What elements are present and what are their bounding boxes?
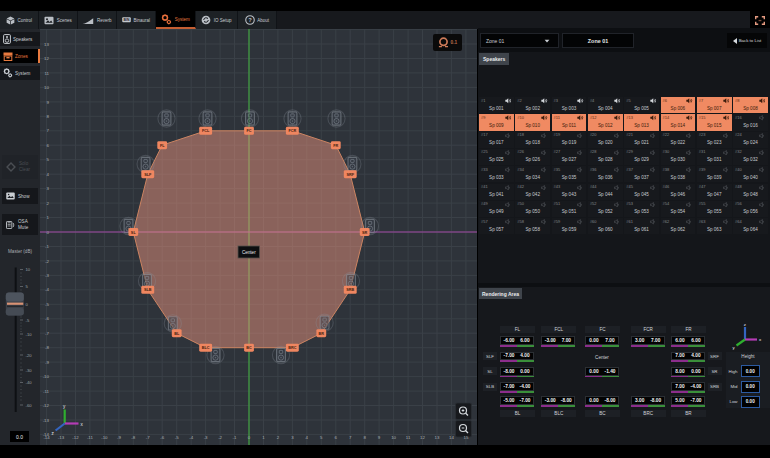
svg-text:-13: -13 xyxy=(43,418,50,423)
svg-text:-30: -30 xyxy=(26,368,33,373)
svg-text:SLB: SLB xyxy=(144,288,152,292)
svg-text:-60: -60 xyxy=(26,403,33,408)
svg-text:-9: -9 xyxy=(117,435,121,440)
svg-text:10: 10 xyxy=(44,85,49,90)
svg-text:FC: FC xyxy=(246,129,251,133)
svg-text:-2: -2 xyxy=(218,435,222,440)
svg-text:-4: -4 xyxy=(45,287,49,292)
svg-text:-20: -20 xyxy=(26,353,33,358)
svg-text:-5: -5 xyxy=(26,318,30,323)
svg-text:-8: -8 xyxy=(45,345,49,350)
svg-text:FCR: FCR xyxy=(288,129,296,133)
svg-text:-40: -40 xyxy=(26,380,33,385)
svg-text:-12: -12 xyxy=(72,435,79,440)
svg-text:z: z xyxy=(744,322,746,327)
svg-text:11: 11 xyxy=(406,435,411,440)
svg-text:-7: -7 xyxy=(146,435,150,440)
svg-text:SRF: SRF xyxy=(346,173,354,177)
svg-text:0.1: 0.1 xyxy=(451,40,458,45)
svg-text:BRC: BRC xyxy=(288,346,296,350)
svg-text:-7: -7 xyxy=(45,331,49,336)
svg-text:BR: BR xyxy=(319,332,325,336)
svg-text:-4: -4 xyxy=(189,435,193,440)
svg-text:11: 11 xyxy=(44,71,49,76)
svg-text:10: 10 xyxy=(391,435,396,440)
svg-text:-10: -10 xyxy=(101,435,108,440)
svg-text:-2: -2 xyxy=(45,259,49,264)
svg-text:-10: -10 xyxy=(43,374,50,379)
svg-text:SRB: SRB xyxy=(346,288,354,292)
svg-text:BC: BC xyxy=(246,346,252,350)
svg-text:-9: -9 xyxy=(45,360,49,365)
svg-text:-11: -11 xyxy=(87,435,94,440)
svg-text:12: 12 xyxy=(44,56,49,61)
svg-text:-1: -1 xyxy=(233,435,237,440)
svg-text:-5: -5 xyxy=(45,302,49,307)
svg-text:13: 13 xyxy=(44,42,49,47)
svg-text:12: 12 xyxy=(420,435,425,440)
svg-text:0: 0 xyxy=(26,302,29,307)
svg-text:BLC: BLC xyxy=(202,346,210,350)
svg-text:SLF: SLF xyxy=(144,173,152,177)
svg-text:FR: FR xyxy=(333,144,338,148)
svg-text:?: ? xyxy=(248,17,252,23)
svg-text:-14: -14 xyxy=(43,432,50,437)
svg-text:SL: SL xyxy=(131,231,137,235)
svg-text:-11: -11 xyxy=(43,389,50,394)
svg-text:x: x xyxy=(759,337,762,342)
svg-text:-5: -5 xyxy=(175,435,179,440)
svg-text:SR: SR xyxy=(362,231,368,235)
svg-text:13: 13 xyxy=(435,435,440,440)
svg-text:-13: -13 xyxy=(58,435,65,440)
svg-text:-6: -6 xyxy=(45,316,49,321)
svg-text:-3: -3 xyxy=(204,435,208,440)
svg-text:-1: -1 xyxy=(45,244,49,249)
svg-text:Center: Center xyxy=(242,250,256,255)
svg-text:10: 10 xyxy=(26,267,31,272)
svg-text:14: 14 xyxy=(449,435,454,440)
svg-text:-6: -6 xyxy=(160,435,164,440)
svg-text:FL: FL xyxy=(160,144,165,148)
svg-text:5: 5 xyxy=(26,284,29,289)
svg-text:BL: BL xyxy=(174,332,180,336)
svg-text:FCL: FCL xyxy=(202,129,210,133)
svg-text:-12: -12 xyxy=(43,403,50,408)
svg-text:15: 15 xyxy=(463,435,468,440)
svg-text:-10: -10 xyxy=(26,332,33,337)
svg-text:BIN: BIN xyxy=(124,18,130,22)
svg-text:-8: -8 xyxy=(131,435,135,440)
svg-text:y: y xyxy=(733,345,736,350)
svg-text:-3: -3 xyxy=(45,273,49,278)
